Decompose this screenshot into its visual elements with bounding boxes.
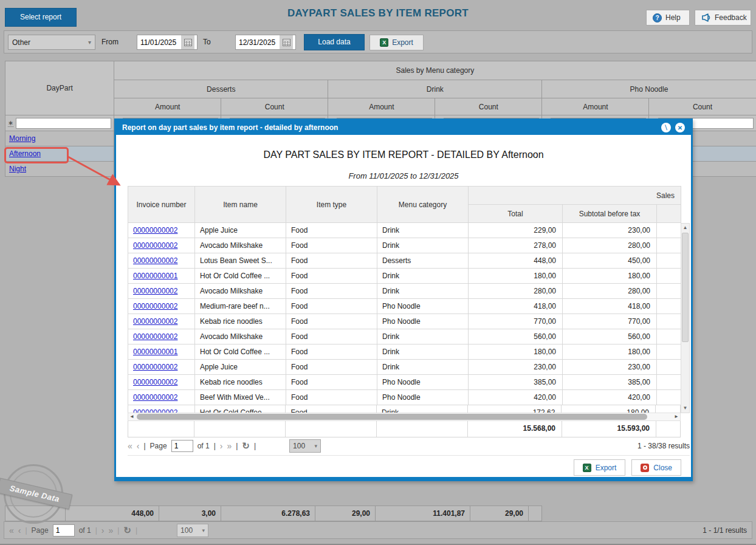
menu-category-cell: Drink [377, 360, 469, 375]
invoice-link[interactable]: 00000000002 [133, 226, 177, 235]
scroll-up-icon[interactable]: ▲ [681, 224, 689, 232]
desserts-count-header[interactable]: Count [221, 98, 328, 115]
refresh-icon[interactable]: ↻ [123, 525, 131, 536]
drink-amount-header[interactable]: Amount [328, 98, 435, 115]
page-number-input[interactable] [171, 440, 193, 452]
menu-category-header[interactable]: Menu category [377, 187, 469, 223]
scroll-right-icon[interactable]: ► [673, 413, 680, 420]
first-page-icon[interactable]: « [128, 441, 132, 451]
calendar-icon[interactable] [181, 35, 194, 49]
excel-icon: X [380, 38, 388, 47]
invoice-link[interactable]: 00000000002 [133, 317, 177, 326]
page-label: Page [150, 442, 167, 450]
item-type-cell: Food [286, 390, 377, 405]
invoice-link[interactable]: 00000000002 [133, 378, 177, 386]
item-name-header[interactable]: Item name [195, 187, 286, 223]
text-filter-operator-icon[interactable]: ∗ [8, 119, 13, 127]
table-row: 00000000002 Kebab rice noodles Food Pho … [128, 375, 681, 390]
modal-title-bar[interactable]: Report on day part sales by item report … [116, 120, 691, 135]
night-link[interactable]: Night [9, 165, 26, 173]
subtotal-cell: 280,00 [563, 284, 657, 299]
scroll-left-icon[interactable]: ◄ [128, 413, 136, 420]
from-date-field[interactable] [137, 35, 198, 50]
to-date-input[interactable] [236, 38, 280, 47]
first-page-icon[interactable]: « [9, 526, 14, 535]
modal-close-button[interactable]: Close [631, 459, 681, 476]
spacer-cell [657, 299, 681, 314]
detail-totals-row: 15.568,00 15.593,00 [128, 421, 681, 437]
load-data-button[interactable]: Load data [304, 34, 365, 50]
invoice-link[interactable]: 00000000001 [133, 348, 177, 356]
horizontal-scroll-thumb[interactable] [137, 414, 647, 420]
pho-count-header[interactable]: Count [649, 98, 756, 115]
total-cell: 560,00 [469, 329, 563, 344]
desserts-amount-header[interactable]: Amount [114, 98, 221, 115]
pho-amount-header[interactable]: Amount [542, 98, 649, 115]
daypart-column-header[interactable]: DayPart [5, 61, 114, 115]
invoice-link[interactable]: 00000000002 [133, 287, 177, 295]
drink-count-header[interactable]: Count [435, 98, 542, 115]
item-type-header[interactable]: Item type [286, 187, 377, 223]
calendar-icon[interactable] [280, 35, 293, 49]
scroll-down-icon[interactable]: ▼ [681, 404, 689, 413]
close-icon[interactable]: ✕ [675, 123, 685, 132]
chevron-down-icon: ▾ [202, 527, 205, 533]
subtotal-cell: 418,00 [563, 299, 657, 314]
help-button-label: Help [665, 13, 681, 22]
feedback-button[interactable]: Feedback [695, 10, 751, 26]
toolbar-export-button[interactable]: X Export [369, 35, 424, 50]
morning-link[interactable]: Morning [9, 134, 35, 143]
invoice-link[interactable]: 00000000002 [133, 302, 177, 310]
item-name-cell: Apple Juice [195, 360, 286, 375]
vertical-scroll-thumb[interactable] [682, 233, 689, 342]
item-name-cell: Kebab rice noodles [195, 314, 286, 329]
detail-report-modal: Report on day part sales by item report … [114, 118, 693, 481]
app-window: Select report DAYPART SALES BY ITEM REPO… [0, 0, 756, 545]
invoice-link[interactable]: 00000000002 [133, 393, 177, 402]
last-page-icon[interactable]: » [227, 441, 232, 451]
from-label: From [101, 38, 119, 46]
prev-page-icon[interactable]: ‹ [137, 441, 140, 451]
spacer-cell [657, 329, 681, 344]
modal-export-button[interactable]: X Export [574, 459, 626, 476]
help-button[interactable]: ? Help [646, 10, 690, 26]
subtotal-before-tax-header[interactable]: Subtotal before tax [563, 205, 657, 223]
page-size-select[interactable]: 100 ▾ [177, 524, 208, 537]
last-page-icon[interactable]: » [108, 526, 113, 535]
page-size-select[interactable]: 100 ▾ [289, 439, 321, 453]
afternoon-link[interactable]: Afternoon [9, 149, 41, 158]
table-row: 00000000002 Avocado Milkshake Food Drink… [128, 284, 681, 299]
daypart-filter-input[interactable] [16, 118, 111, 129]
modal-results-count: 1 - 38/38 results [637, 442, 690, 450]
menu-category-cell: Pho Noodle [377, 375, 469, 390]
report-type-value: Other [12, 38, 30, 47]
invoice-link[interactable]: 00000000002 [133, 241, 177, 250]
next-page-icon[interactable]: › [101, 526, 105, 535]
sales-by-menu-category-header: Sales by Menu category [114, 61, 756, 80]
refresh-icon[interactable]: ↻ [242, 440, 250, 451]
page-of-label: of 1 [79, 526, 91, 535]
vertical-scrollbar[interactable]: ▲ ▼ [681, 223, 690, 413]
sample-data-label: Sample Data [0, 478, 72, 510]
subtotal-cell: 560,00 [563, 329, 657, 344]
report-type-select[interactable]: Other ▾ [8, 35, 95, 50]
page-number-input[interactable] [53, 524, 75, 536]
invoice-link[interactable]: 00000000002 [133, 256, 177, 265]
invoice-link[interactable]: 00000000001 [133, 272, 177, 280]
pin-window-icon[interactable]: ⧹ [661, 123, 671, 132]
drink-amount-total: 6.278,63 [221, 506, 315, 521]
horizontal-scrollbar[interactable]: ◄ ► [128, 413, 681, 421]
modal-pager: « ‹ | Page of 1 | › » | ↻ | 100 ▾ 1 - 38… [128, 437, 690, 456]
menu-category-cell: Drink [377, 223, 469, 238]
spacer-cell [657, 284, 681, 299]
invoice-link[interactable]: 00000000002 [133, 332, 177, 341]
invoice-link[interactable]: 00000000002 [133, 363, 177, 371]
from-date-input[interactable] [137, 38, 181, 47]
item-name-cell: Apple Juice [195, 223, 286, 238]
to-date-field[interactable] [235, 35, 296, 50]
next-page-icon[interactable]: › [220, 441, 223, 451]
invoice-number-header[interactable]: Invoice number [128, 187, 195, 223]
total-header[interactable]: Total [469, 205, 563, 223]
prev-page-icon[interactable]: ‹ [18, 526, 21, 535]
item-type-cell: Food [286, 253, 377, 269]
